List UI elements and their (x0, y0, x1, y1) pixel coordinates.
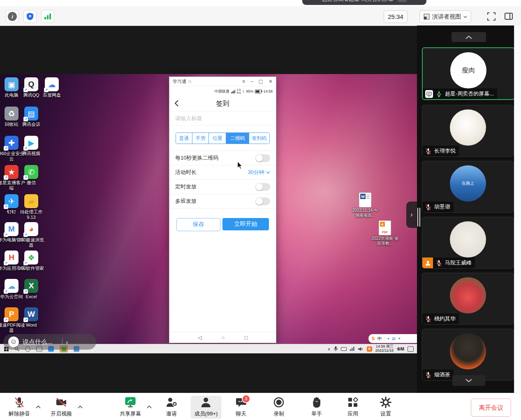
unmute-button[interactable]: 解除静音 (5, 396, 34, 419)
close-icon[interactable]: ✕ (269, 79, 273, 84)
participant-tile[interactable]: 长理李悦 (422, 105, 514, 157)
app-icon: ▤↗ (24, 107, 38, 121)
tray-sogou-icon[interactable]: S (367, 346, 372, 352)
participant-tile[interactable]: 在路上 胡景谱 (422, 161, 514, 213)
shortcut-arrow-icon: ↗ (4, 175, 8, 180)
network-quality-button[interactable] (41, 10, 54, 23)
fullscreen-button[interactable] (485, 10, 498, 22)
view-mode-button[interactable]: 演讲者视图 (419, 10, 471, 23)
toolbox-icon[interactable]: ✦ (398, 336, 401, 341)
battery-percent: 85% (246, 89, 253, 93)
record-button[interactable]: 录制 (269, 396, 289, 419)
android-back-icon[interactable]: ◁ (198, 334, 202, 341)
chat-button[interactable]: 3 聊天 (231, 396, 251, 419)
maximize-icon[interactable]: ▢ (259, 79, 263, 84)
toggle-switch[interactable] (255, 197, 270, 205)
toolbar-item-label: 开启视频 (51, 410, 72, 418)
input-lang-icon[interactable]: 中 (377, 336, 382, 342)
start-video-button[interactable]: 开启视频 (47, 396, 76, 419)
raise-hand-button[interactable]: 举手 (307, 396, 326, 419)
mic-muted-icon (435, 260, 442, 267)
taskbar-clock[interactable]: 14:58 周三2022/11/16 (375, 345, 394, 353)
collapse-panel-button[interactable] (452, 32, 486, 42)
desktop-icon-label: 待处理工作 9.13 (18, 209, 45, 220)
desktop-icon[interactable]: ▤↗ 腾讯会议 (18, 107, 45, 127)
participant-tile[interactable]: 烟酒茶 (422, 329, 514, 381)
phone-window-titlebar[interactable]: 学习通 ◳ ≡–▢✕ (169, 77, 276, 86)
menu-icon[interactable]: ≡ (242, 79, 245, 84)
shortcut-arrow-icon: ↗ (23, 175, 28, 180)
sogou-logo-icon[interactable]: S (372, 336, 375, 341)
members-button[interactable]: 成员(99+) (191, 396, 222, 419)
panel-scroll-gutter[interactable] (514, 26, 521, 393)
share-screen-options-caret[interactable] (146, 403, 152, 411)
start-video-options-caret[interactable] (77, 403, 83, 411)
keyboard-icon[interactable]: ▤ (392, 336, 396, 341)
signin-type-tabs: 普通手势位置二维码签到码 (176, 132, 270, 144)
option-label: 多班发放 (175, 197, 197, 205)
signin-type-tab[interactable]: 位置 (208, 133, 226, 144)
apps-button[interactable]: 应用 (343, 396, 363, 419)
signin-type-tab[interactable]: 签到码 (249, 133, 269, 144)
settings-button[interactable]: 设置 (376, 396, 396, 419)
meeting-info-button[interactable]: i (6, 10, 19, 23)
word-file-icon[interactable]: W 2022.11.14 午湖南省高... (352, 193, 379, 218)
desktop-icon[interactable]: W↗ Word (18, 307, 45, 328)
signin-title-input[interactable]: 请输入标题 (169, 111, 276, 125)
tray-network-icon[interactable] (350, 347, 355, 351)
toolbar-item-label: 聊天 (236, 410, 246, 418)
pdf-file-icon[interactable]: A PDF2022年湖南 省高等教... (371, 220, 398, 246)
desktop-icon[interactable]: ☁↗ 百度网盘 (38, 77, 65, 98)
save-button[interactable]: 保存 (176, 218, 220, 231)
duration-select[interactable]: 30分钟 (248, 169, 270, 176)
phone-mirror-window: 学习通 ◳ ≡–▢✕ 中国联通 2.5K/s ᛒ 85% 14:58 (169, 77, 276, 343)
android-home-icon[interactable]: ○ (222, 334, 225, 341)
toggle-switch[interactable] (255, 154, 270, 162)
panel-expander-handle[interactable]: › (406, 202, 417, 228)
security-button[interactable] (23, 10, 37, 23)
desktop-icon[interactable]: ✆↗ 微信 (18, 165, 45, 186)
share-screen-button[interactable]: 共享屏幕 (116, 396, 145, 419)
toggle-switch[interactable] (255, 183, 270, 191)
back-button[interactable] (174, 100, 179, 108)
signin-type-tab[interactable]: 手势 (192, 133, 208, 144)
panel-drag-handle[interactable] (417, 208, 420, 227)
meeting-timer: 25:34 (384, 10, 408, 23)
danmaku-divider (62, 338, 63, 346)
sogou-input-bar[interactable]: S 中 ’ ♦ ▤ ✦ (368, 334, 417, 343)
network-speed: 2.5K/s (237, 88, 241, 95)
invite-button[interactable]: 邀请 (162, 396, 181, 419)
danmaku-placeholder[interactable]: 说点什么... (23, 338, 53, 346)
desktop-icon[interactable]: X↗ Excel (18, 279, 45, 299)
unmute-options-caret[interactable] (35, 403, 41, 411)
side-panel-toggle-button[interactable] (502, 10, 515, 22)
banner-chip[interactable] (398, 0, 407, 2)
participant-tile[interactable]: 桃灼其华 (422, 273, 514, 325)
mic-input-icon[interactable]: ♦ (387, 336, 389, 341)
leave-meeting-button[interactable]: 离开会议 (471, 399, 511, 417)
tray-chevron-icon[interactable]: ∧ (327, 347, 330, 351)
participant-tile[interactable]: 马院王威峰 (422, 217, 514, 269)
tray-m-signal-icon[interactable]: ⛗M (397, 346, 404, 352)
option-label: 每10秒更换二维码 (175, 154, 218, 162)
tray-mic-icon[interactable] (334, 346, 338, 351)
scroll-down-button[interactable] (452, 375, 485, 386)
action-center-icon[interactable] (408, 346, 414, 352)
minimize-icon[interactable]: – (250, 79, 253, 84)
danmaku-collapse-icon[interactable]: ‹ (66, 339, 68, 346)
signin-type-tab[interactable]: 二维码 (226, 133, 249, 144)
danmaku-bar[interactable]: ☺ 说点什么... ‹ (3, 334, 96, 350)
app-icon: X↗ (24, 279, 38, 293)
punctuation-icon[interactable]: ’ (384, 336, 385, 341)
desktop-icon[interactable]: ❖↗ 360软件管家 (18, 251, 45, 271)
start-now-button[interactable]: 立即开始 (222, 218, 269, 230)
participant-tile[interactable]: 瘦肉 超星-周奕杏的屏幕... (422, 47, 515, 100)
desktop-icon[interactable]: ▰ 待处理工作 9.13 (18, 194, 45, 220)
tray-volume-icon[interactable] (358, 347, 364, 351)
tray-battery-icon[interactable] (341, 347, 347, 351)
desktop-icon[interactable]: ◕↗ 360极速浏览器 (18, 222, 45, 248)
signin-type-tab[interactable]: 普通 (176, 133, 192, 144)
desktop-icon[interactable]: ▶↗ 腾讯视频 (18, 136, 45, 156)
android-recents-icon[interactable]: □ (245, 334, 248, 341)
emoji-smiley-icon[interactable]: ☺ (8, 336, 19, 347)
